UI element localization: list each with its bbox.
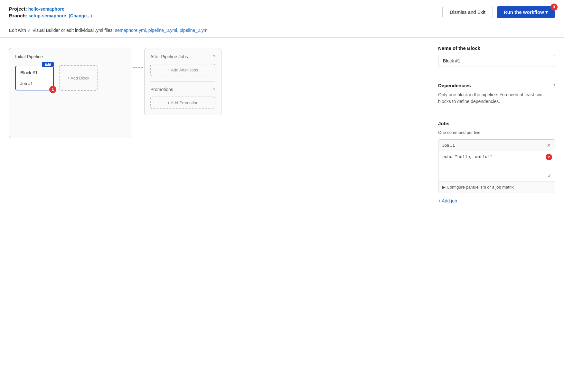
right-panel: Name of the Block Dependencies ? Only on…: [429, 38, 564, 391]
promotions-section: Promotions ? + Add Promotion: [150, 81, 215, 109]
run-workflow-button[interactable]: Run the workflow ▾ 3: [497, 6, 555, 18]
initial-pipeline-box: Initial Pipeline Edit Block #1 Job #1 1 …: [9, 48, 131, 138]
edit-prefix: Edit with ✓ Visual Builder or edit indiv…: [9, 28, 114, 33]
pipeline2-yml-link[interactable]: pipeline_2.yml: [180, 28, 209, 33]
change-link[interactable]: (Change...): [69, 13, 92, 18]
dependencies-help-icon[interactable]: ?: [552, 83, 555, 88]
dismiss-button[interactable]: Dismiss and Exit: [442, 6, 493, 18]
canvas: Initial Pipeline Edit Block #1 Job #1 1 …: [0, 38, 429, 391]
after-pipeline-header: After Pipeline Jobs ?: [150, 54, 215, 59]
after-pipeline-title: After Pipeline Jobs: [150, 54, 188, 59]
header: Project: hello-semaphore Branch: setup-s…: [0, 0, 564, 23]
header-right: Dismiss and Exit Run the workflow ▾ 3: [442, 6, 555, 18]
branch-line: Branch: setup-semaphore (Change...): [9, 13, 92, 18]
job-command-input[interactable]: [442, 154, 551, 177]
promotions-help-icon[interactable]: ?: [213, 87, 215, 92]
branch-label: Branch:: [9, 13, 27, 18]
block-name-input[interactable]: [438, 55, 555, 67]
promotions-header: Promotions ?: [150, 87, 215, 92]
job-card-header: Job #1 ✕: [438, 140, 555, 151]
edit-bar: Edit with ✓ Visual Builder or edit indiv…: [0, 23, 564, 38]
pipeline3-yml-link[interactable]: pipeline_3.yml: [148, 28, 177, 33]
run-label: Run the workflow ▾: [504, 9, 548, 15]
job-card: Job #1 ✕ 2 ▶ Configure parallelism or a …: [438, 139, 555, 193]
parallelism-toggle[interactable]: ▶ Configure parallelism or a job matrix: [438, 181, 555, 193]
dashed-connector-line: [133, 67, 143, 68]
main-layout: Initial Pipeline Edit Block #1 Job #1 1 …: [0, 38, 564, 391]
jobs-label: Jobs: [438, 121, 555, 126]
block-card-job: Job #1: [20, 81, 49, 86]
project-label: Project:: [9, 6, 27, 12]
jobs-sub-label: One command per line.: [438, 130, 555, 135]
block-card[interactable]: Edit Block #1 Job #1 1: [15, 66, 54, 90]
dependencies-label: Dependencies: [438, 83, 471, 88]
add-promotion-button[interactable]: + Add Promotion: [150, 97, 215, 109]
after-pipeline-help-icon[interactable]: ?: [213, 54, 215, 59]
dependencies-text: Only one block in the pipeline. You need…: [438, 91, 555, 105]
block-card-title: Block #1: [20, 70, 49, 75]
dependencies-section: Dependencies ? Only one block in the pip…: [438, 75, 555, 105]
block-name-label: Name of the Block: [438, 45, 555, 51]
block-name-section: Name of the Block: [438, 45, 555, 67]
blocks-row: Edit Block #1 Job #1 1 + Add Block: [15, 65, 125, 91]
run-badge: 3: [550, 4, 558, 11]
header-left: Project: hello-semaphore Branch: setup-s…: [9, 6, 92, 18]
side-box: After Pipeline Jobs ? + Add After Jobs P…: [144, 48, 221, 115]
job-card-body: 2: [438, 151, 555, 181]
parallelism-label: ▶ Configure parallelism or a job matrix: [442, 185, 514, 190]
edit-badge: Edit: [42, 62, 54, 67]
pipeline-row: Initial Pipeline Edit Block #1 Job #1 1 …: [9, 48, 420, 138]
add-block-button[interactable]: + Add Block: [59, 65, 98, 91]
project-link[interactable]: hello-semaphore: [28, 6, 64, 12]
job-close-button[interactable]: ✕: [547, 142, 551, 148]
branch-link[interactable]: setup-semaphore: [29, 13, 66, 18]
job-badge: 2: [546, 154, 552, 160]
dependencies-header: Dependencies ?: [438, 83, 555, 88]
pipeline-title: Initial Pipeline: [15, 54, 125, 59]
add-after-jobs-button[interactable]: + Add After Jobs: [150, 64, 215, 76]
block-badge: 1: [49, 86, 56, 93]
jobs-section: Jobs One command per line. Job #1 ✕ 2 ▶ …: [438, 113, 555, 203]
after-pipeline-section: After Pipeline Jobs ? + Add After Jobs: [150, 54, 215, 76]
semaphore-yml-link[interactable]: semaphore.yml: [115, 28, 146, 33]
job-card-name: Job #1: [442, 143, 455, 148]
promotions-title: Promotions: [150, 87, 173, 92]
add-job-link[interactable]: + Add job: [438, 198, 457, 203]
connector: [131, 48, 144, 68]
project-line: Project: hello-semaphore: [9, 6, 92, 12]
